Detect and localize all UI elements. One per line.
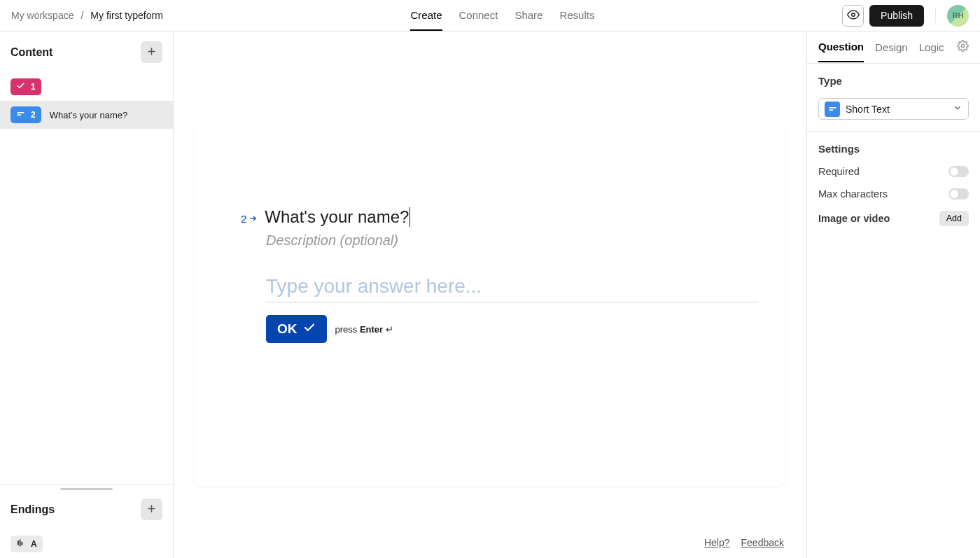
question-number: 2 (241, 213, 258, 225)
press-enter-hint: press Enter↵ (335, 324, 394, 335)
svg-point-0 (851, 13, 855, 16)
canvas: 2 What's your name? Description (optiona… (174, 32, 806, 558)
add-ending-button[interactable] (141, 498, 162, 520)
tab-design[interactable]: Design (875, 41, 908, 62)
max-chars-toggle[interactable] (948, 188, 969, 200)
preview-button[interactable] (842, 5, 864, 27)
top-bar: My workspace / My first typeform Create … (0, 0, 980, 32)
endings-header: Endings (0, 489, 173, 530)
breadcrumb-separator: / (80, 10, 83, 21)
question-block: 2 What's your name? Description (optiona… (241, 207, 757, 343)
left-sidebar: Content 1 (0, 32, 174, 558)
divider (807, 131, 980, 132)
ok-button[interactable]: OK (266, 315, 327, 343)
enter-key-icon: ↵ (386, 324, 393, 335)
top-right-actions: Publish RH (842, 5, 969, 27)
breadcrumb-title[interactable]: My first typeform (90, 10, 162, 21)
short-text-icon (16, 109, 25, 120)
svg-point-11 (961, 44, 964, 47)
setting-required-label: Required (818, 166, 860, 177)
setting-max-chars-label: Max characters (818, 188, 888, 200)
question-card: 2 What's your name? Description (optiona… (195, 125, 785, 486)
question-title-row: 2 What's your name? (241, 207, 757, 227)
media-label: Image or video (818, 213, 890, 224)
content-item-1[interactable]: 1 (0, 73, 173, 101)
main: Content 1 (0, 32, 980, 558)
ending-label: A (31, 539, 37, 549)
eye-icon (847, 8, 860, 23)
ending-item[interactable]: A (10, 536, 43, 552)
avatar[interactable]: RH (947, 5, 969, 27)
item-2-number: 2 (31, 110, 36, 120)
ok-button-label: OK (277, 321, 298, 337)
question-type-select[interactable]: Short Text (818, 98, 969, 120)
welcome-icon (16, 81, 25, 92)
endings-list: A (0, 530, 173, 558)
right-panel: Question Design Logic Type Short Text (806, 32, 980, 558)
question-description-input[interactable]: Description (optional) (266, 232, 757, 249)
content-header: Content (0, 32, 173, 73)
item-1-badge: 1 (10, 78, 41, 95)
divider (935, 8, 936, 23)
question-type-value: Short Text (846, 104, 947, 115)
content-label: Content (10, 46, 52, 59)
press-prefix: press (335, 324, 360, 335)
svg-rect-8 (20, 540, 21, 547)
gear-icon (957, 42, 969, 54)
ending-badge: A (10, 536, 43, 552)
short-text-icon (825, 102, 840, 117)
content-list: 1 2 What's your name? (0, 73, 173, 484)
setting-media: Image or video Add (818, 211, 969, 226)
help-link[interactable]: Help? (704, 537, 730, 548)
type-label: Type (818, 75, 969, 87)
content-item-2[interactable]: 2 What's your name? (0, 101, 173, 129)
press-key: Enter (360, 324, 383, 335)
question-number-value: 2 (241, 213, 246, 225)
tab-connect[interactable]: Connect (459, 1, 498, 31)
feedback-link[interactable]: Feedback (741, 537, 784, 548)
settings-label: Settings (818, 143, 969, 155)
question-title-input[interactable]: What's your name? (265, 207, 410, 227)
add-media-button[interactable]: Add (939, 211, 969, 226)
breadcrumb: My workspace / My first typeform (11, 10, 163, 21)
required-toggle[interactable] (948, 166, 969, 177)
publish-button[interactable]: Publish (869, 5, 924, 27)
plus-icon (146, 503, 157, 516)
footer-links: Help? Feedback (704, 537, 784, 548)
svg-rect-7 (18, 540, 19, 545)
top-nav: Create Connect Share Results (163, 1, 842, 31)
submit-row: OK press Enter↵ (266, 315, 757, 343)
plus-icon (146, 46, 157, 59)
endings-label: Endings (10, 503, 55, 516)
tab-question[interactable]: Question (818, 41, 864, 62)
item-2-badge: 2 (10, 106, 41, 123)
settings-gear-button[interactable] (957, 40, 969, 63)
sidebar-resize-handle[interactable] (0, 484, 173, 489)
endings-section: Endings A (0, 489, 173, 558)
tab-create[interactable]: Create (410, 1, 442, 31)
arrow-right-icon (249, 213, 258, 225)
add-content-button[interactable] (141, 41, 162, 63)
check-icon (303, 321, 316, 337)
svg-rect-9 (22, 542, 23, 545)
breadcrumb-workspace[interactable]: My workspace (11, 10, 74, 21)
right-panel-body: Type Short Text Settings Required Max ch… (807, 64, 980, 237)
item-2-text: What's your name? (50, 110, 128, 120)
right-tabs: Question Design Logic (807, 32, 980, 64)
ending-icon (16, 538, 25, 550)
tab-logic[interactable]: Logic (919, 41, 944, 62)
setting-max-chars: Max characters (818, 188, 969, 200)
setting-required: Required (818, 166, 969, 177)
tab-share[interactable]: Share (514, 1, 542, 31)
item-1-number: 1 (31, 82, 36, 92)
chevron-down-icon (953, 103, 962, 116)
tab-results[interactable]: Results (559, 1, 594, 31)
answer-input[interactable]: Type your answer here... (266, 275, 757, 302)
